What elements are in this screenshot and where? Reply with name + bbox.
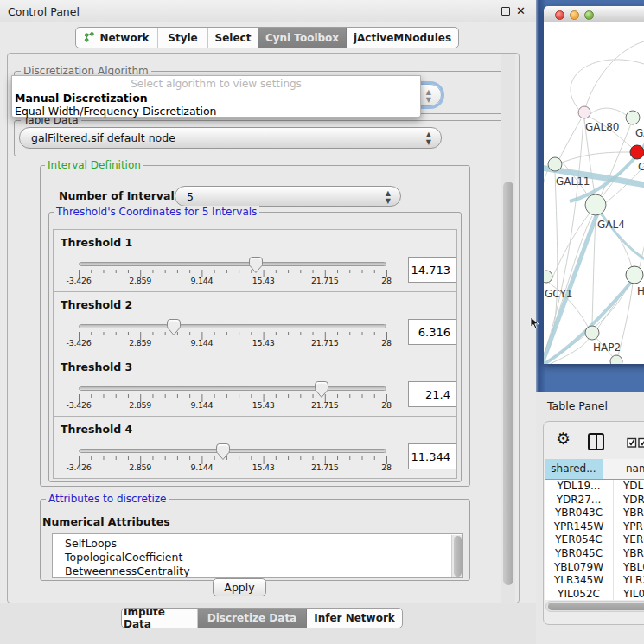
mac-minimize-icon[interactable] <box>570 10 579 20</box>
network-window-titlebar[interactable] <box>544 6 644 22</box>
cell-name[interactable]: YDR2 <box>614 494 644 507</box>
tab-label: jActiveMNodules <box>354 32 451 44</box>
tab-infer-network[interactable]: Infer Network <box>307 609 402 628</box>
attribute-list-item[interactable]: TopologicalCoefficient <box>53 551 462 564</box>
checkbox-icon[interactable] <box>638 437 644 448</box>
node-label: GAL80 <box>585 121 619 133</box>
cell-name[interactable]: YER0 <box>614 533 644 547</box>
cell-shared-name[interactable]: YPR145W <box>545 520 614 534</box>
table-row[interactable]: YBR045CYBR0 <box>545 547 644 561</box>
cell-shared-name[interactable]: YBL079W <box>545 561 614 575</box>
node-hap2[interactable] <box>585 326 599 340</box>
cell-shared-name[interactable]: YBR043C <box>545 507 614 520</box>
gear-icon[interactable]: ⚙ <box>556 430 571 447</box>
slider-thumb[interactable] <box>314 380 329 399</box>
split-view-icon[interactable] <box>588 433 604 450</box>
node-pink[interactable] <box>578 106 590 118</box>
slider-track[interactable] <box>79 386 386 391</box>
mac-zoom-icon[interactable] <box>584 10 594 20</box>
network-view-window[interactable]: GAL80GACGAL11GAL4GCY1HHAP2 <box>544 6 644 364</box>
slider-track[interactable] <box>79 262 386 266</box>
tab-network[interactable]: Network <box>76 28 158 48</box>
scale-tick-label: 9.144 <box>177 462 226 472</box>
cell-shared-name[interactable]: YBR045C <box>545 547 614 561</box>
attribute-list-item[interactable]: SelfLoops <box>53 537 462 551</box>
table-data-combobox-value: galFiltered.sif default node <box>31 131 175 144</box>
scrollbar-thumb[interactable] <box>548 603 644 610</box>
network-edge <box>584 41 644 112</box>
node-bottom[interactable] <box>610 355 622 364</box>
scale-tick-label: 15.43 <box>239 400 288 410</box>
checkbox-icon[interactable] <box>627 437 637 448</box>
cell-shared-name[interactable]: YER054C <box>545 533 614 547</box>
node-gal11[interactable] <box>548 157 562 171</box>
table-row[interactable]: YIL052CYIL0 <box>545 588 644 600</box>
threshold-value-field[interactable] <box>408 381 456 407</box>
close-icon[interactable]: ✕ <box>516 4 526 17</box>
cell-shared-name[interactable]: YLR345W <box>545 574 614 588</box>
mac-close-icon[interactable] <box>555 10 564 20</box>
network-canvas[interactable]: GAL80GACGAL11GAL4GCY1HHAP2 <box>544 22 644 364</box>
tab-cyni-toolbox[interactable]: Cyni Toolbox <box>258 28 347 48</box>
table-row[interactable]: YDL19...YDL1 <box>545 480 644 494</box>
tab-jactivemnodules[interactable]: jActiveMNodules <box>347 28 458 48</box>
slider-thumb[interactable] <box>166 318 182 336</box>
tab-label: Network <box>99 32 149 44</box>
combo-arrows-icon: ▲▼ <box>426 131 431 146</box>
table-data-combobox[interactable]: galFiltered.sif default node ▲▼ <box>19 127 442 149</box>
algorithm-dropdown-popup: Select algorithm to view settings Manual… <box>11 75 421 118</box>
cell-shared-name[interactable]: YDR27... <box>545 494 614 507</box>
cell-name[interactable]: YLR3 <box>614 574 644 588</box>
panel-vertical-scrollbar[interactable] <box>501 54 515 603</box>
column-header-shared-name[interactable]: shared... <box>545 459 603 479</box>
threshold-value-field[interactable] <box>408 257 456 283</box>
float-window-icon[interactable] <box>501 7 510 16</box>
node-right-h[interactable] <box>626 266 643 284</box>
column-header-name[interactable]: name <box>603 459 644 479</box>
threshold-value-field[interactable] <box>408 443 456 469</box>
tab-select[interactable]: Select <box>208 28 258 48</box>
slider-track[interactable] <box>79 449 386 453</box>
cell-name[interactable]: YPR1 <box>614 520 644 534</box>
table-row[interactable]: YBR043CYBR0 <box>545 507 644 520</box>
slider-thumb[interactable] <box>215 443 231 461</box>
table-row[interactable]: YBL079WYBL0 <box>545 561 644 575</box>
table-row[interactable]: YER054CYER0 <box>545 533 644 547</box>
node-gal4[interactable] <box>585 194 606 215</box>
node-label: HAP2 <box>593 341 621 354</box>
table-horizontal-scrollbar[interactable] <box>545 601 644 612</box>
number-of-intervals-combobox[interactable]: 5 ▲▼ <box>175 186 401 207</box>
numerical-attributes-list[interactable]: SelfLoopsTopologicalCoefficientBetweenne… <box>52 533 463 578</box>
node-red-selected[interactable] <box>630 145 644 159</box>
scrollbar-thumb[interactable] <box>454 536 462 577</box>
tab-impute-data[interactable]: Impute Data <box>122 609 198 628</box>
dropdown-option-manual[interactable]: Manual Discretization <box>15 92 148 105</box>
attributes-list-scrollbar[interactable] <box>451 535 462 577</box>
scrollbar-thumb[interactable] <box>503 182 513 585</box>
node-top-right[interactable] <box>626 111 640 124</box>
dropdown-option-equal-width[interactable]: Equal Width/Frequency Discretization <box>15 105 217 118</box>
node-gcy1[interactable] <box>544 271 552 283</box>
cell-name[interactable]: YBL0 <box>614 561 644 575</box>
attribute-list-item[interactable]: BetweennessCentrality <box>53 564 462 578</box>
table-row[interactable]: YLR345WYLR3 <box>545 574 644 588</box>
cell-name[interactable]: YBR0 <box>614 507 644 520</box>
cell-shared-name[interactable]: YDL19... <box>545 480 614 494</box>
scale-tick-label: 21.715 <box>301 400 349 410</box>
tab-style[interactable]: Style <box>158 28 208 48</box>
tab-discretize-data[interactable]: Discretize Data <box>198 609 307 628</box>
tab-label: Discretize Data <box>207 612 296 624</box>
threshold-value-field[interactable] <box>408 319 456 345</box>
slider-track[interactable] <box>79 324 386 328</box>
cell-name[interactable]: YBR0 <box>614 547 644 561</box>
cell-shared-name[interactable]: YIL052C <box>545 588 614 600</box>
network-graph: GAL80GACGAL11GAL4GCY1HHAP2 <box>544 22 644 364</box>
cell-name[interactable]: YIL0 <box>614 588 644 600</box>
table-row[interactable]: YDR27...YDR2 <box>545 494 644 507</box>
cell-name[interactable]: YDL1 <box>614 480 644 494</box>
apply-button[interactable]: Apply <box>213 578 266 596</box>
threshold-label: Threshold 4 <box>61 423 132 436</box>
slider-thumb[interactable] <box>248 256 264 274</box>
node-label: GAL11 <box>556 175 590 188</box>
table-row[interactable]: YPR145WYPR1 <box>545 520 644 534</box>
